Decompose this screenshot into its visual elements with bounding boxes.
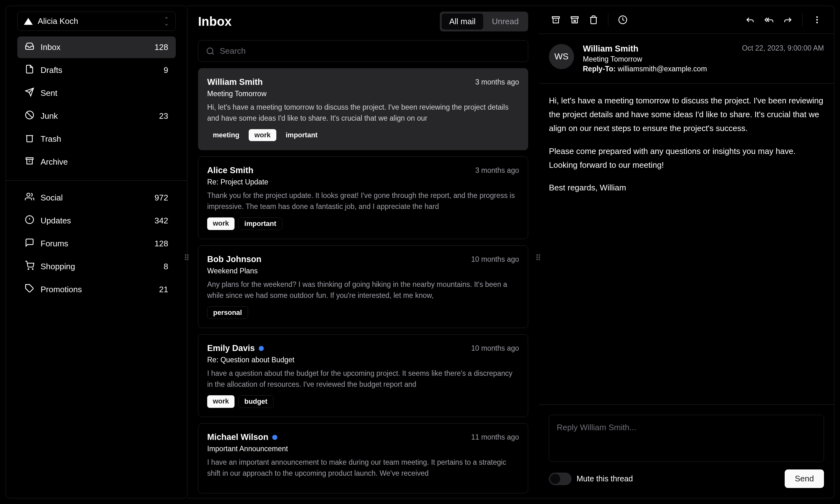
- search-placeholder: Search: [220, 46, 246, 56]
- nav-secondary: Social 972 Updates 342 Forums 128 Shoppi…: [6, 187, 187, 302]
- nav-label: Drafts: [40, 65, 62, 75]
- nav-count: 21: [159, 285, 168, 294]
- svg-point-13: [207, 48, 213, 54]
- email-subject: Re: Project Update: [207, 178, 519, 186]
- email-item[interactable]: Alice Smith 3 months ago Re: Project Upd…: [198, 157, 528, 239]
- detail-panel: WS William Smith Meeting Tomorrow Reply-…: [539, 6, 834, 498]
- tag-icon: [25, 284, 34, 295]
- svg-point-10: [28, 269, 29, 270]
- reply-input[interactable]: Reply William Smith...: [549, 415, 824, 462]
- email-tags: workbudget: [207, 395, 519, 408]
- tab-unread[interactable]: Unread: [485, 14, 526, 30]
- svg-point-21: [817, 17, 818, 18]
- users-icon: [25, 192, 34, 204]
- resize-handle-right[interactable]: [536, 252, 541, 262]
- email-preview: Thank you for the project update. It loo…: [207, 190, 519, 212]
- archive-icon: [25, 156, 34, 168]
- nav-label: Promotions: [40, 285, 82, 294]
- tab-all-mail[interactable]: All mail: [442, 14, 483, 30]
- email-sender: Alice Smith: [207, 166, 253, 175]
- email-tag: important: [238, 217, 282, 230]
- email-tag: meeting: [207, 129, 245, 141]
- svg-rect-4: [26, 158, 33, 159]
- email-tags: meetingworkimportant: [207, 129, 519, 141]
- nav-count: 8: [164, 262, 168, 271]
- email-time: 10 months ago: [471, 344, 519, 353]
- unread-dot-icon: [272, 435, 277, 440]
- reply-area: Reply William Smith... Mute this thread …: [539, 404, 834, 498]
- email-time: 10 months ago: [471, 255, 519, 264]
- email-time: 11 months ago: [471, 433, 519, 442]
- nav-label: Updates: [40, 216, 71, 226]
- nav-count: 128: [155, 239, 168, 249]
- nav-label: Social: [40, 193, 63, 203]
- message-body: Hi, let's have a meeting tomorrow to dis…: [539, 84, 834, 404]
- email-tag: work: [207, 217, 234, 230]
- send-icon: [25, 87, 34, 99]
- email-item[interactable]: Bob Johnson 10 months ago Weekend Plans …: [198, 246, 528, 328]
- email-list[interactable]: William Smith 3 months ago Meeting Tomor…: [187, 68, 539, 498]
- nav-item-archive[interactable]: Archive: [17, 151, 176, 173]
- trash-icon: [25, 133, 34, 145]
- nav-item-updates[interactable]: Updates 342: [17, 210, 176, 232]
- forum-icon: [25, 238, 34, 250]
- nav-label: Forums: [40, 239, 68, 249]
- nav-label: Trash: [40, 134, 61, 144]
- nav-item-drafts[interactable]: Drafts 9: [17, 59, 176, 81]
- inbox-panel: Inbox All mail Unread Search William Smi…: [187, 6, 539, 498]
- toolbar-separator: [802, 14, 803, 26]
- svg-line-14: [212, 53, 213, 54]
- svg-point-6: [27, 193, 30, 196]
- snooze-button[interactable]: [615, 12, 631, 28]
- email-item[interactable]: William Smith 3 months ago Meeting Tomor…: [198, 68, 528, 150]
- archive-button[interactable]: [548, 12, 564, 28]
- nav-item-trash[interactable]: Trash: [17, 128, 176, 150]
- alert-icon: [25, 215, 34, 227]
- email-sender: Michael Wilson: [207, 432, 268, 442]
- resize-handle-left[interactable]: [185, 252, 190, 262]
- email-tag: work: [249, 129, 276, 141]
- nav-item-social[interactable]: Social 972: [17, 187, 176, 209]
- move-to-junk-button[interactable]: [566, 12, 583, 28]
- nav-item-inbox[interactable]: Inbox 128: [17, 36, 176, 58]
- email-tag: important: [280, 129, 323, 141]
- more-button[interactable]: [809, 12, 825, 28]
- nav-item-sent[interactable]: Sent: [17, 82, 176, 104]
- email-subject: Re: Question about Budget: [207, 356, 519, 364]
- nav-primary: Inbox 128 Drafts 9 Sent Junk 23 Trash Ar…: [6, 36, 187, 174]
- message-meta: William Smith Meeting Tomorrow Reply-To:…: [583, 44, 733, 73]
- mute-thread-label: Mute this thread: [577, 474, 633, 483]
- account-switcher[interactable]: Alicia Koch ⌃⌄: [17, 12, 176, 31]
- reply-button[interactable]: [742, 12, 758, 28]
- email-preview: I have a question about the budget for t…: [207, 368, 519, 390]
- email-item[interactable]: Emily Davis 10 months ago Re: Question a…: [198, 334, 528, 417]
- svg-point-11: [32, 269, 33, 270]
- nav-item-shopping[interactable]: Shopping 8: [17, 256, 176, 277]
- nav-item-promotions[interactable]: Promotions 21: [17, 279, 176, 300]
- toolbar-separator: [608, 14, 608, 26]
- delete-button[interactable]: [585, 12, 602, 28]
- mute-thread-switch[interactable]: [549, 472, 572, 485]
- message-date: Oct 22, 2023, 9:00:00 AM: [742, 44, 824, 73]
- email-subject: Important Announcement: [207, 445, 519, 453]
- nav-item-forums[interactable]: Forums 128: [17, 233, 176, 254]
- email-preview: Hi, let's have a meeting tomorrow to dis…: [207, 102, 519, 124]
- sender-avatar: WS: [549, 44, 574, 69]
- junk-icon: [25, 110, 34, 122]
- nav-label: Junk: [40, 111, 58, 121]
- email-subject: Weekend Plans: [207, 267, 519, 275]
- nav-count: 9: [164, 65, 168, 75]
- nav-item-junk[interactable]: Junk 23: [17, 105, 176, 127]
- file-icon: [25, 65, 34, 76]
- message-from: William Smith: [583, 44, 733, 54]
- svg-line-3: [27, 112, 32, 118]
- nav-count: 128: [155, 42, 168, 52]
- svg-point-22: [817, 19, 818, 20]
- chevron-up-down-icon: ⌃⌄: [164, 18, 169, 25]
- search-input[interactable]: Search: [198, 40, 528, 62]
- email-item[interactable]: Michael Wilson 11 months ago Important A…: [198, 423, 528, 493]
- send-button[interactable]: Send: [785, 469, 824, 488]
- reply-all-button[interactable]: [761, 12, 777, 28]
- forward-button[interactable]: [780, 12, 796, 28]
- nav-count: 23: [159, 111, 168, 121]
